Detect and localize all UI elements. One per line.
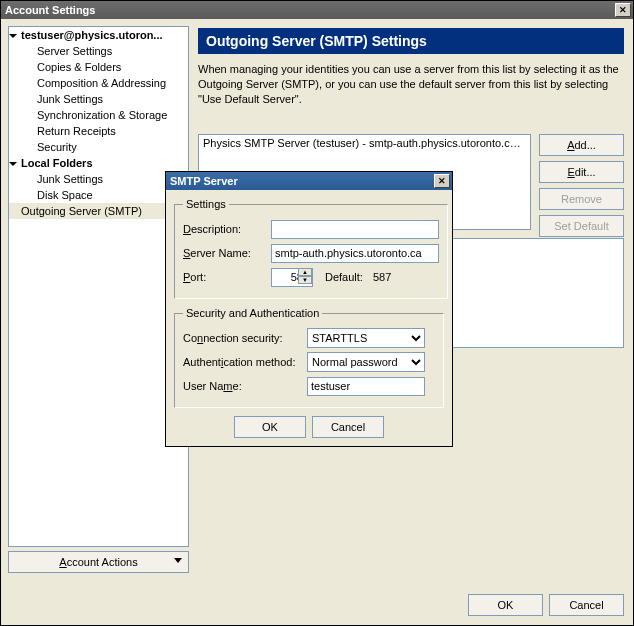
set-default-button: Set Default (539, 215, 624, 237)
tree-copies-folders[interactable]: Copies & Folders (9, 59, 188, 75)
description-label: Description: (183, 223, 271, 235)
tree-junk-settings[interactable]: Junk Settings (9, 91, 188, 107)
account-actions-button[interactable]: Account Actions (8, 551, 189, 573)
close-icon[interactable]: ✕ (434, 174, 450, 188)
tree-local-junk[interactable]: Junk Settings (9, 171, 188, 187)
port-label: Port: (183, 271, 271, 283)
connection-security-select[interactable]: STARTTLS (307, 328, 425, 348)
list-item[interactable]: Physics SMTP Server (testuser) - smtp-au… (199, 135, 530, 151)
tree-return-receipts[interactable]: Return Receipts (9, 123, 188, 139)
side-buttons: Add... Edit... Remove Set Default (539, 134, 624, 242)
tree-sync-storage[interactable]: Synchronization & Storage (9, 107, 188, 123)
username-label: User Name: (183, 380, 307, 392)
port-stepper[interactable]: ▲▼ (271, 268, 313, 287)
page-title: Outgoing Server (SMTP) Settings (198, 28, 624, 54)
smtp-title: SMTP Server (170, 175, 238, 187)
description-input[interactable] (271, 220, 439, 239)
username-input[interactable] (307, 377, 425, 396)
server-name-input[interactable] (271, 244, 439, 263)
auth-method-select[interactable]: Normal password (307, 352, 425, 372)
tree-account[interactable]: testuser@physics.utoron... (9, 27, 188, 43)
close-icon[interactable]: ✕ (615, 3, 631, 17)
tree-server-settings[interactable]: Server Settings (9, 43, 188, 59)
smtp-titlebar: SMTP Server ✕ (166, 172, 452, 190)
tree-local-disk[interactable]: Disk Space (9, 187, 188, 203)
auth-method-label: Authentication method: (183, 356, 307, 368)
page-description: When managing your identities you can us… (198, 62, 624, 107)
remove-button: Remove (539, 188, 624, 210)
main-title: Account Settings (5, 4, 95, 16)
security-legend: Security and Authentication (183, 307, 322, 319)
cancel-button[interactable]: Cancel (549, 594, 624, 616)
main-dialog-buttons: OK Cancel (468, 594, 624, 616)
smtp-server-dialog: SMTP Server ✕ Settings Description: Serv… (165, 171, 453, 447)
cancel-button[interactable]: Cancel (312, 416, 384, 438)
chevron-up-icon[interactable]: ▲ (298, 268, 312, 276)
add-button[interactable]: Add... (539, 134, 624, 156)
port-default-label: Default: (325, 271, 363, 283)
settings-legend: Settings (183, 198, 229, 210)
tree-composition[interactable]: Composition & Addressing (9, 75, 188, 91)
main-titlebar: Account Settings ✕ (1, 1, 633, 19)
settings-group: Settings Description: Server Name: Port:… (174, 198, 448, 299)
chevron-down-icon[interactable]: ▼ (298, 276, 312, 284)
tree-smtp[interactable]: Outgoing Server (SMTP) (9, 203, 188, 219)
security-group: Security and Authentication Connection s… (174, 307, 444, 408)
chevron-down-icon (174, 558, 182, 563)
connection-security-label: Connection security: (183, 332, 307, 344)
ok-button[interactable]: OK (234, 416, 306, 438)
account-tree[interactable]: testuser@physics.utoron... Server Settin… (8, 26, 189, 547)
tree-local-folders[interactable]: Local Folders (9, 155, 188, 171)
smtp-dialog-buttons: OK Cancel (174, 416, 444, 438)
smtp-body: Settings Description: Server Name: Port:… (166, 190, 452, 446)
tree-security[interactable]: Security (9, 139, 188, 155)
edit-button[interactable]: Edit... (539, 161, 624, 183)
port-default-value: 587 (373, 271, 391, 283)
server-name-label: Server Name: (183, 247, 271, 259)
ok-button[interactable]: OK (468, 594, 543, 616)
